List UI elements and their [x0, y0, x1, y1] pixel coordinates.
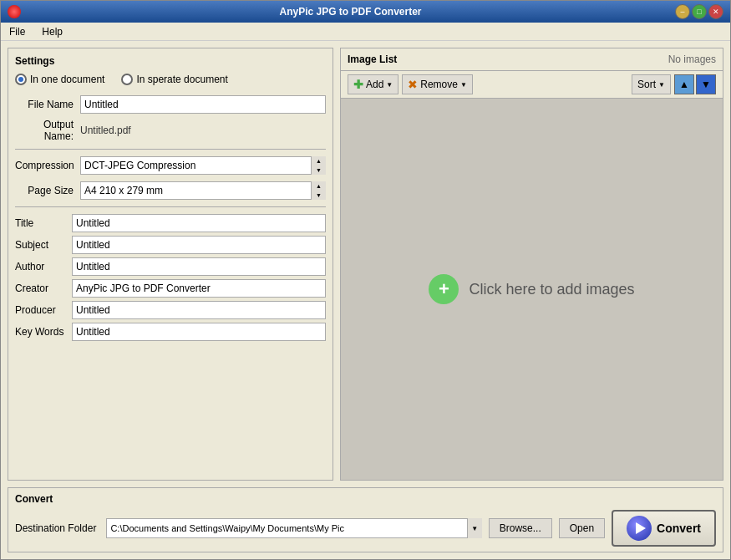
producer-label: Producer [15, 304, 65, 316]
click-here-text: Click here to add images [469, 281, 634, 298]
settings-title: Settings [15, 55, 326, 67]
page-size-down-arrow[interactable]: ▼ [312, 191, 326, 200]
add-dropdown-arrow: ▼ [386, 81, 393, 89]
keywords-label: Key Words [15, 326, 65, 338]
compression-label: Compression [15, 160, 74, 171]
move-up-button[interactable]: ▲ [674, 74, 694, 94]
menu-file[interactable]: File [4, 24, 30, 39]
sort-dropdown-arrow: ▼ [658, 81, 665, 89]
convert-play-icon [627, 516, 652, 541]
move-down-button[interactable]: ▼ [696, 74, 716, 94]
sort-label: Sort [637, 79, 656, 90]
radio-group: In one document In sperate document [15, 74, 326, 85]
radio-separate-document-label: In sperate document [136, 74, 227, 85]
subject-label: Subject [15, 239, 65, 251]
dest-dropdown-arrow[interactable]: ▼ [467, 518, 482, 538]
creator-input[interactable] [72, 279, 326, 298]
main-window: AnyPic JPG to PDF Converter – □ ✕ File H… [0, 0, 731, 560]
nav-arrows: ▲ ▼ [674, 74, 716, 94]
output-name-row: Output Name: Untitled.pdf [15, 119, 326, 142]
page-size-up-arrow[interactable]: ▲ [312, 181, 326, 191]
convert-section-title: Convert [15, 493, 716, 505]
compression-select-wrapper: DCT-JPEG Compression ▲ ▼ [80, 156, 326, 175]
compression-row: Compression DCT-JPEG Compression ▲ ▼ [15, 156, 326, 175]
title-label: Title [15, 217, 65, 229]
remove-label: Remove [420, 79, 458, 90]
dest-folder-input[interactable] [106, 518, 481, 538]
divider-1 [15, 149, 326, 150]
page-size-label: Page Size [15, 185, 74, 196]
compression-select[interactable]: DCT-JPEG Compression [80, 156, 326, 175]
subject-row: Subject [15, 236, 326, 254]
page-size-arrows: ▲ ▼ [311, 181, 326, 200]
radio-one-document-label: In one document [30, 74, 104, 85]
add-icon: ✚ [353, 78, 363, 91]
image-panel-title: Image List [348, 53, 397, 65]
maximize-button[interactable]: □ [692, 4, 707, 19]
page-size-select[interactable]: A4 210 x 279 mm [80, 181, 326, 200]
radio-one-document-indicator [15, 74, 27, 85]
file-name-label: File Name [15, 99, 74, 110]
app-icon [8, 5, 21, 18]
browse-button[interactable]: Browse... [489, 518, 552, 538]
creator-row: Creator [15, 279, 326, 298]
add-label: Add [366, 79, 383, 90]
minimize-button[interactable]: – [675, 4, 690, 19]
compression-arrows: ▲ ▼ [311, 156, 326, 175]
creator-label: Creator [15, 283, 65, 294]
image-drop-area[interactable]: + Click here to add images [341, 99, 723, 480]
menu-help[interactable]: Help [37, 24, 68, 39]
title-bar: AnyPic JPG to PDF Converter – □ ✕ [1, 1, 730, 23]
divider-2 [15, 206, 326, 207]
remove-icon: ✖ [408, 78, 418, 91]
author-label: Author [15, 261, 65, 272]
image-panel-header: Image List No images [341, 48, 723, 71]
keywords-row: Key Words [15, 323, 326, 341]
producer-row: Producer [15, 301, 326, 319]
open-button[interactable]: Open [559, 518, 605, 538]
menu-bar: File Help [1, 23, 730, 41]
remove-button[interactable]: ✖ Remove ▼ [402, 74, 473, 94]
convert-button-label: Convert [657, 522, 701, 535]
compression-up-arrow[interactable]: ▲ [312, 156, 326, 165]
keywords-input[interactable] [72, 323, 326, 341]
convert-row: Destination Folder ▼ Browse... Open Conv… [15, 510, 716, 547]
image-toolbar: ✚ Add ▼ ✖ Remove ▼ Sort ▼ ▲ ▼ [341, 71, 723, 99]
radio-one-document[interactable]: In one document [15, 74, 104, 85]
settings-panel: Settings In one document In sperate docu… [8, 48, 333, 481]
author-row: Author [15, 257, 326, 276]
radio-separate-document[interactable]: In sperate document [121, 74, 227, 85]
radio-separate-document-indicator [121, 74, 133, 85]
page-size-select-wrapper: A4 210 x 279 mm ▲ ▼ [80, 181, 326, 200]
output-name-value: Untitled.pdf [80, 125, 131, 136]
dest-input-wrapper: ▼ [106, 518, 481, 538]
add-circle-icon: + [429, 274, 459, 304]
convert-section: Convert Destination Folder ▼ Browse... O… [8, 487, 723, 552]
image-panel: Image List No images ✚ Add ▼ ✖ Remove ▼ … [340, 48, 723, 481]
play-triangle [636, 522, 646, 534]
subject-input[interactable] [72, 236, 326, 254]
dest-folder-label: Destination Folder [15, 522, 96, 534]
file-name-input[interactable] [80, 95, 326, 114]
close-button[interactable]: ✕ [708, 4, 723, 19]
file-name-row: File Name [15, 95, 326, 114]
metadata-section: Title Subject Author Creator Producer [15, 214, 326, 341]
title-input[interactable] [72, 214, 326, 232]
producer-input[interactable] [72, 301, 326, 319]
remove-dropdown-arrow: ▼ [460, 81, 467, 89]
window-title: AnyPic JPG to PDF Converter [26, 6, 675, 18]
sort-button[interactable]: Sort ▼ [632, 74, 671, 94]
no-images-label: No images [668, 53, 716, 65]
main-content: Settings In one document In sperate docu… [1, 41, 730, 487]
author-input[interactable] [72, 257, 326, 276]
title-row: Title [15, 214, 326, 232]
add-button[interactable]: ✚ Add ▼ [348, 74, 398, 94]
window-controls: – □ ✕ [675, 4, 723, 19]
output-name-label: Output Name: [15, 119, 74, 142]
page-size-row: Page Size A4 210 x 279 mm ▲ ▼ [15, 181, 326, 200]
compression-down-arrow[interactable]: ▼ [312, 165, 326, 175]
convert-button[interactable]: Convert [612, 510, 716, 547]
